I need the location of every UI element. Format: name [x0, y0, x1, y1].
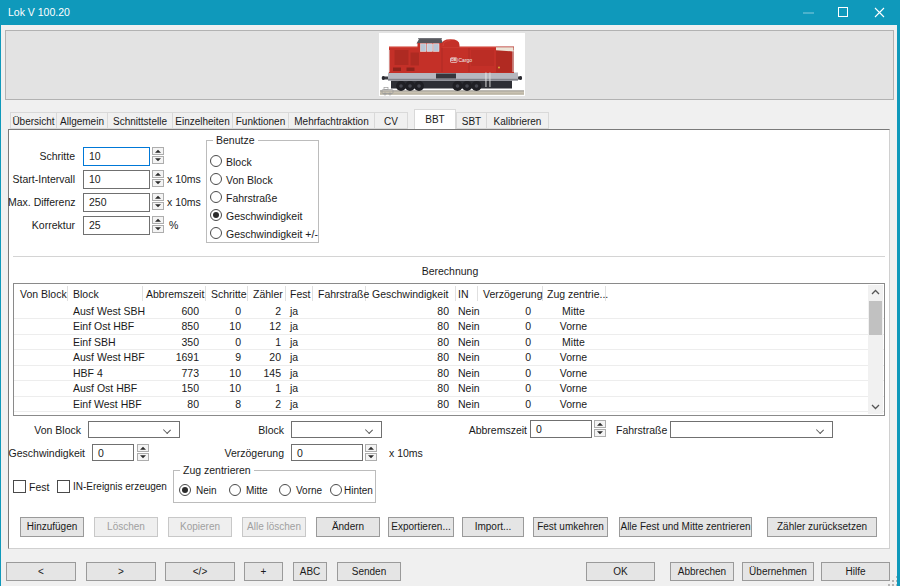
svg-text:Cargo: Cargo	[459, 57, 473, 63]
svg-text:DB: DB	[451, 58, 457, 62]
